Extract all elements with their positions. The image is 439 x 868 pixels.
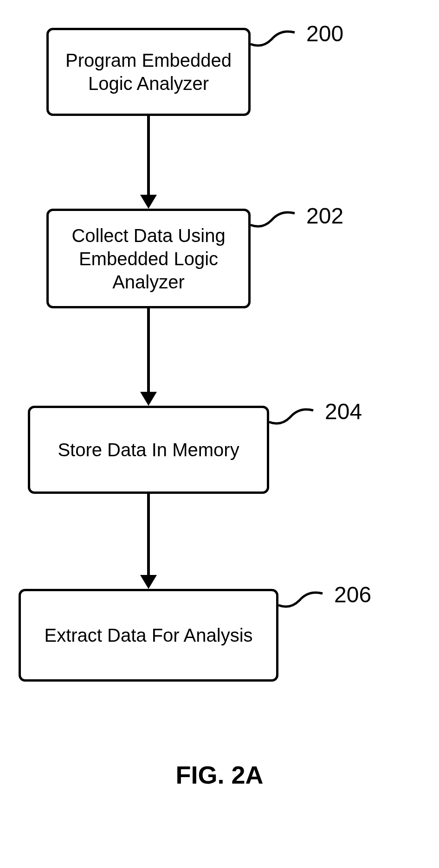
arrow-head-icon (140, 392, 157, 406)
box-store-data: Store Data In Memory (28, 406, 269, 494)
arrow-line (147, 494, 150, 577)
box-text: Program EmbeddedLogic Analyzer (65, 49, 232, 95)
ref-label-204: 204 (325, 399, 362, 424)
arrow-head-icon (140, 195, 157, 209)
arrow-line (147, 116, 150, 197)
leader-squiggle-icon (251, 204, 297, 236)
arrow-line (147, 308, 150, 394)
arrow-head-icon (140, 575, 157, 589)
ref-label-200: 200 (306, 21, 343, 46)
leader-squiggle-icon (251, 23, 297, 56)
ref-label-206: 206 (334, 582, 371, 607)
figure-caption: FIG. 2A (0, 760, 439, 789)
leader-squiggle-icon (269, 401, 316, 434)
box-extract-data: Extract Data For Analysis (19, 589, 278, 682)
box-text: Store Data In Memory (58, 438, 239, 461)
box-collect-data: Collect Data UsingEmbedded LogicAnalyzer (46, 209, 251, 308)
ref-label-202: 202 (306, 203, 343, 229)
leader-squiggle-icon (278, 584, 325, 617)
box-program-embedded-logic-analyzer: Program EmbeddedLogic Analyzer (46, 28, 251, 116)
box-text: Extract Data For Analysis (44, 624, 252, 647)
box-text: Collect Data UsingEmbedded LogicAnalyzer (71, 224, 225, 294)
